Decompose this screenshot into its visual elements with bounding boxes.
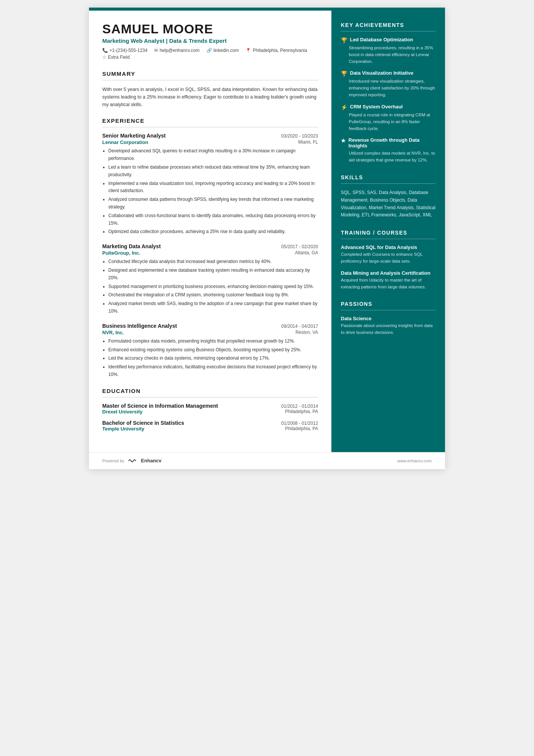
- resume-body: SAMUEL MOORE Marketing Web Analyst | Dat…: [89, 11, 445, 452]
- edu-dates-2: 01/2008 - 01/2012: [281, 421, 318, 426]
- skills-divider: [341, 183, 436, 184]
- summary-section-title: SUMMARY: [102, 70, 318, 77]
- extra-field-contact: ☆ Extra Field: [102, 55, 130, 60]
- email-value: help@enhancv.com: [159, 48, 199, 53]
- job-dates-1: 03/2020 - 10/2023: [281, 133, 318, 139]
- job-company-1: Lennar Corporation: [102, 139, 148, 145]
- bullet: Formulated complex data models, presenti…: [108, 338, 318, 345]
- achievement-desc-3: Played a crucial role in integrating CRM…: [341, 112, 436, 132]
- star-icon: ☆: [102, 55, 106, 60]
- achievements-section-title: KEY ACHIEVEMENTS: [341, 22, 436, 28]
- job-title-2: Marketing Data Analyst: [102, 243, 161, 249]
- linkedin-icon: 🔗: [206, 48, 212, 53]
- edu-header-2: Bachelor of Science in Statistics 01/200…: [102, 420, 318, 426]
- bullet: Implemented a new data visualization too…: [108, 180, 318, 195]
- linkedin-value: linkedin.com: [214, 48, 239, 53]
- trophy-icon-1: 🏆: [341, 37, 347, 43]
- edu-school-row-1: Drexel University Philadelphia, PA: [102, 409, 318, 415]
- candidate-title: Marketing Web Analyst | Data & Trends Ex…: [102, 38, 318, 44]
- job-title-1: Senior Marketing Analyst: [102, 133, 166, 139]
- edu-block-1: Master of Science in Information Managem…: [102, 403, 318, 415]
- location-value: Philadelphia, Pennsylvania: [253, 48, 307, 53]
- email-contact: ✉ help@enhancv.com: [154, 48, 199, 53]
- summary-divider: [102, 80, 318, 80]
- achievement-title-3: ⚡ CRM System Overhaul: [341, 104, 436, 110]
- bullet: Identified key performance indicators, f…: [108, 363, 318, 379]
- achievement-desc-1: Streamlining procedures, resulting in a …: [341, 45, 436, 65]
- passions-divider: [341, 310, 436, 310]
- email-icon: ✉: [154, 48, 158, 53]
- job-company-row-1: Lennar Corporation Miami, FL: [102, 139, 318, 145]
- job-header-2: Marketing Data Analyst 05/2017 - 02/2020: [102, 243, 318, 249]
- phone-value: +1-(234)-555-1234: [109, 48, 147, 53]
- bullet: Conducted lifecycle data analysis that i…: [108, 258, 318, 266]
- training-section-title: TRAINING / COURSES: [341, 230, 436, 236]
- phone-contact: 📞 +1-(234)-555-1234: [102, 48, 147, 53]
- bullet: Supported management in prioritizing bus…: [108, 283, 318, 291]
- edu-location-2: Philadelphia, PA: [285, 426, 318, 432]
- education-section-title: EDUCATION: [102, 388, 318, 394]
- linkedin-contact: 🔗 linkedin.com: [206, 48, 239, 53]
- job-block-2: Marketing Data Analyst 05/2017 - 02/2020…: [102, 243, 318, 315]
- training-title-2: Data Mining and Analysis Certification: [341, 270, 436, 276]
- brand-name: Enhancv: [141, 458, 161, 463]
- achievement-title-1: 🏆 Led Database Optimization: [341, 37, 436, 43]
- edu-degree-2: Bachelor of Science in Statistics: [102, 420, 184, 426]
- passion-desc-1: Passionate about uncovering insights fro…: [341, 322, 436, 336]
- header-section: SAMUEL MOORE Marketing Web Analyst | Dat…: [102, 22, 318, 60]
- achievement-title-2: 🏆 Data Visualization Initiative: [341, 70, 436, 77]
- job-bullets-1: Developed advanced SQL queries to extrac…: [102, 147, 318, 236]
- achievement-item-2: 🏆 Data Visualization Initiative Introduc…: [341, 70, 436, 98]
- passion-item-1: Data Science Passionate about uncovering…: [341, 316, 436, 336]
- achievement-title-4: ★ Revenue Growth through Data Insights: [341, 137, 436, 149]
- bullet: Led a team to refine database processes …: [108, 164, 318, 179]
- job-location-2: Atlanta, GA: [295, 250, 318, 256]
- bullet: Enhanced existing reporting systems usin…: [108, 346, 318, 354]
- achievement-item-3: ⚡ CRM System Overhaul Played a crucial r…: [341, 104, 436, 132]
- footer: Powered by Enhancv www.enhancv.com: [89, 452, 445, 469]
- phone-icon: 📞: [102, 48, 108, 53]
- bullet: Optimized data collection procedures, ac…: [108, 228, 318, 236]
- bullet: Developed advanced SQL queries to extrac…: [108, 147, 318, 163]
- training-divider: [341, 239, 436, 239]
- resume-wrapper: SAMUEL MOORE Marketing Web Analyst | Dat…: [89, 8, 445, 469]
- bullet: Designed and implemented a new database …: [108, 267, 318, 282]
- job-company-2: PulteGroup, Inc.: [102, 250, 140, 256]
- job-block-3: Business Intelligence Analyst 09/2014 - …: [102, 323, 318, 379]
- contact-info: 📞 +1-(234)-555-1234 ✉ help@enhancv.com 🔗…: [102, 48, 318, 60]
- powered-by-label: Powered by: [102, 459, 124, 463]
- edu-location-1: Philadelphia, PA: [285, 409, 318, 415]
- job-location-3: Reston, VA: [295, 330, 318, 335]
- training-desc-2: Acquired from Udacity to master the art …: [341, 277, 436, 291]
- job-location-1: Miami, FL: [298, 139, 318, 145]
- skills-text: SQL, SPSS, SAS, Data Analysis, Database …: [341, 189, 436, 219]
- candidate-name: SAMUEL MOORE: [102, 22, 318, 36]
- job-company-3: NVR, Inc.: [102, 330, 124, 335]
- experience-divider: [102, 127, 318, 127]
- edu-block-2: Bachelor of Science in Statistics 01/200…: [102, 420, 318, 432]
- bullet: Collaborated with cross-functional teams…: [108, 212, 318, 227]
- achievement-item-1: 🏆 Led Database Optimization Streamlining…: [341, 37, 436, 65]
- bullet: Analyzed consumer data patterns through …: [108, 196, 318, 211]
- edu-school-row-2: Temple University Philadelphia, PA: [102, 426, 318, 432]
- training-desc-1: Completed with Coursera to enhance SQL p…: [341, 251, 436, 265]
- job-title-3: Business Intelligence Analyst: [102, 323, 177, 329]
- achievement-desc-2: Introduced new visualization strategies,…: [341, 78, 436, 98]
- skills-section-title: SKILLS: [341, 174, 436, 180]
- left-column: SAMUEL MOORE Marketing Web Analyst | Dat…: [89, 11, 331, 452]
- job-block-1: Senior Marketing Analyst 03/2020 - 10/20…: [102, 133, 318, 236]
- job-company-row-2: PulteGroup, Inc. Atlanta, GA: [102, 250, 318, 256]
- job-dates-2: 05/2017 - 02/2020: [281, 244, 318, 249]
- training-item-2: Data Mining and Analysis Certification A…: [341, 270, 436, 291]
- achievement-desc-4: Utilized complex data models at NVR, Inc…: [341, 150, 436, 164]
- bullet: Led the accuracy checks in data systems,…: [108, 355, 318, 362]
- job-bullets-3: Formulated complex data models, presenti…: [102, 338, 318, 379]
- passions-section-title: PASSIONS: [341, 301, 436, 307]
- edu-degree-1: Master of Science in Information Managem…: [102, 403, 218, 409]
- edu-dates-1: 01/2012 - 01/2014: [281, 404, 318, 409]
- experience-section-title: EXPERIENCE: [102, 117, 318, 124]
- passion-title-1: Data Science: [341, 316, 436, 321]
- trophy-icon-2: 🏆: [341, 70, 347, 77]
- job-company-row-3: NVR, Inc. Reston, VA: [102, 330, 318, 335]
- star-icon-achievement: ★: [341, 138, 346, 144]
